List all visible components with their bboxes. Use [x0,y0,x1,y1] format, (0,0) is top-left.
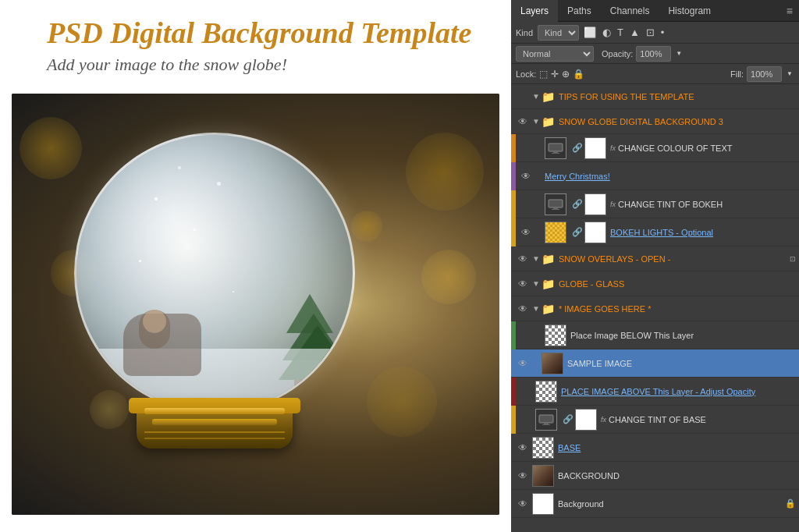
layer-item[interactable]: 👁BACKGROUND [511,462,799,490]
layer-name: SAMPLE IMAGE [567,359,796,368]
folder-icon: 📁 [542,115,556,129]
fill-arrow[interactable]: ▼ [785,70,794,77]
layer-name: Merry Christmas! [545,172,796,181]
collapse-arrow[interactable]: ▼ [532,279,540,288]
eye-icon[interactable] [516,90,530,104]
eye-icon[interactable]: 👁 [516,252,530,266]
tab-paths[interactable]: Paths [558,0,601,22]
kind-label: Kind [516,28,533,37]
collapse-arrow[interactable]: ▼ [532,117,540,126]
collapse-arrow[interactable]: ▼ [532,304,540,313]
lock-move[interactable]: ✛ [551,69,559,80]
eye-icon[interactable]: 👁 [519,169,533,183]
snow-globe-image [12,94,499,515]
panel-menu-icon[interactable]: ≡ [780,1,799,21]
eye-icon[interactable] [519,328,533,342]
layer-lock-icon: 🔒 [785,498,796,509]
layer-thumb [545,222,566,243]
tab-histogram[interactable]: Histogram [659,0,720,22]
layer-thumb [532,493,554,515]
layer-badge: ⊡ [790,255,796,263]
layer-name: Background [558,499,782,509]
smartobj-icon[interactable]: ⊡ [645,27,656,38]
tab-channels[interactable]: Channels [601,0,659,22]
lock-all[interactable]: 🔒 [573,69,584,80]
layer-thumb [545,137,566,159]
layer-item[interactable]: 👁Background🔒 [511,490,799,518]
collapse-arrow[interactable]: ▼ [532,92,540,101]
globe-base [137,402,293,449]
adjustment-icon[interactable]: ◐ [601,27,613,38]
layer-name: * IMAGE GOES HERE * [559,304,796,314]
tab-layers[interactable]: Layers [511,0,558,22]
layer-name: CHANGE TINT OF BOKEH [618,200,796,209]
opacity-arrow[interactable]: ▼ [674,50,684,57]
layer-item[interactable]: 👁▼📁SNOW GLOBE DIGITAL BACKGROUND 3 [511,109,799,134]
layer-name: Place Image BELOW This Layer [570,331,796,340]
opacity-label: Opacity: [602,49,633,59]
pixel-icon[interactable]: ⬜ [582,27,598,38]
eye-icon[interactable] [519,197,533,211]
eye-icon[interactable]: 👁 [516,497,530,511]
link-icon: 🔗 [563,414,574,424]
layer-item[interactable]: 👁▼📁GLOBE - GLASS [511,271,799,296]
svg-rect-3 [549,200,563,207]
eye-icon[interactable]: 👁 [516,441,530,455]
link-icon: 🔗 [572,227,583,237]
eye-icon[interactable]: 👁 [516,302,530,316]
layer-name: BOKEH LIGHTS - Optional [610,228,796,237]
svg-rect-7 [544,423,549,424]
eye-icon[interactable]: 👁 [516,356,530,371]
layer-item[interactable]: PLACE IMAGE ABOVE This Layer - Adjust Op… [511,378,799,406]
eye-icon[interactable]: 👁 [516,469,530,483]
layer-item[interactable]: 👁🔗BOKEH LIGHTS - Optional [511,218,799,246]
lock-pixel[interactable]: ⬚ [539,69,548,80]
svg-rect-1 [553,151,558,153]
layer-item[interactable]: 👁▼📁* IMAGE GOES HERE * [511,296,799,321]
layer-item[interactable]: 👁▼📁SNOW OVERLAYS - OPEN -⊡ [511,246,799,271]
collapse-arrow[interactable]: ▼ [532,254,540,263]
link-icon: 🔗 [572,199,583,209]
eye-icon[interactable]: 👁 [516,277,530,291]
shape-icon[interactable]: ▲ [628,27,641,38]
layer-item[interactable]: 👁SAMPLE IMAGE [511,349,799,378]
layer-thumb [532,437,554,459]
layer-name: CHANGE TINT OF BASE [609,415,796,424]
lock-row: Lock: ⬚ ✛ ⊕ 🔒 Fill: ▼ [511,64,799,84]
opacity-input[interactable] [636,46,671,62]
fill-input[interactable] [747,66,782,82]
fx-badge: fx [610,200,616,208]
eye-icon[interactable]: 👁 [519,225,533,239]
svg-rect-8 [542,424,550,425]
layer-item[interactable]: Place Image BELOW This Layer [511,321,799,349]
eye-icon[interactable]: 👁 [516,115,530,129]
layer-item[interactable]: 👁BASE [511,434,799,462]
link-icon: 🔗 [572,143,583,153]
layers-list: ▼📁TIPS FOR USING THE TEMPLATE👁▼📁SNOW GLO… [511,84,799,532]
eye-icon[interactable] [519,141,533,155]
layer-item[interactable]: 🔗fxCHANGE TINT OF BASE [511,406,799,434]
layer-name: SNOW OVERLAYS - OPEN - [559,254,787,264]
kind-dropdown[interactable]: Kind [538,25,579,41]
lock-artboard[interactable]: ⊕ [562,69,570,80]
layer-item[interactable]: 🔗fxCHANGE COLOUR OF TEXT [511,134,799,162]
layer-item[interactable]: ▼📁TIPS FOR USING THE TEMPLATE [511,84,799,109]
title-area: PSD Digital Background Template Add your… [0,0,511,79]
folder-icon: 📁 [542,277,556,291]
dot-icon[interactable]: • [659,27,666,38]
layer-mask-thumb [584,222,606,243]
text-icon[interactable]: T [616,27,625,38]
layer-thumb [545,193,566,215]
kind-toolbar: Kind Kind ⬜ ◐ T ▲ ⊡ • [511,22,799,44]
layer-name: CHANGE COLOUR OF TEXT [618,144,796,153]
layer-name: BASE [558,443,796,452]
svg-rect-6 [539,415,553,423]
folder-icon: 📁 [542,252,556,266]
eye-icon[interactable] [519,413,533,427]
blend-mode-dropdown[interactable]: Normal [516,46,594,62]
svg-rect-4 [553,207,558,209]
layer-item[interactable]: 🔗fxCHANGE TINT OF BOKEH [511,190,799,218]
fx-badge: fx [610,144,616,152]
layer-item[interactable]: 👁Merry Christmas! [511,162,799,190]
eye-icon[interactable] [519,385,533,399]
